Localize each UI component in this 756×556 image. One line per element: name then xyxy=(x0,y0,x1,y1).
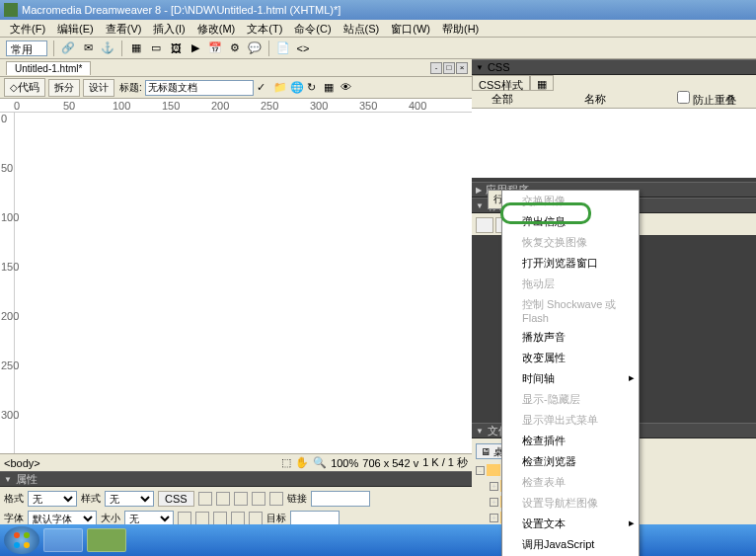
hand-tool-icon[interactable]: ✋ xyxy=(295,456,309,469)
menu-view[interactable]: 查看(V) xyxy=(100,20,148,37)
image-icon[interactable]: 🖼 xyxy=(168,40,184,56)
select-tool-icon[interactable]: ⬚ xyxy=(281,456,291,469)
list-ul-icon[interactable] xyxy=(195,512,209,525)
zoom-tool-icon[interactable]: 🔍 xyxy=(313,456,327,469)
align-right-icon[interactable] xyxy=(269,492,283,506)
taskbar-item-dreamweaver[interactable] xyxy=(87,528,126,552)
media-icon[interactable]: ▶ xyxy=(188,40,203,56)
comment-icon[interactable]: 💬 xyxy=(247,40,263,56)
server-icon[interactable]: ⚙ xyxy=(227,40,243,56)
tree-expand-icon[interactable]: + xyxy=(490,482,498,491)
menu-check-browser[interactable]: 检查浏览器 xyxy=(502,451,639,472)
menu-play-sound[interactable]: 播放声音 xyxy=(502,327,639,348)
layer-icon[interactable]: ▭ xyxy=(148,40,164,56)
menu-drag-layer[interactable]: 拖动层 xyxy=(502,274,639,294)
code-view-button[interactable]: ◇代码 xyxy=(4,78,45,97)
menu-edit[interactable]: 编辑(E) xyxy=(51,20,100,37)
refresh-icon[interactable]: ↻ xyxy=(307,81,321,95)
outdent-icon[interactable] xyxy=(231,512,245,525)
menu-show-hide-layers[interactable]: 显示-隐藏层 xyxy=(502,389,639,410)
css-button[interactable]: CSS xyxy=(158,491,194,507)
page-title-input[interactable] xyxy=(145,80,254,96)
document-statusbar: <body> ⬚ ✋ 🔍 100% 706 x 542 v 1 K / 1 秒 xyxy=(0,453,472,471)
menu-popup-message[interactable]: 弹出信息 xyxy=(502,211,639,232)
title-label: 标题: xyxy=(119,81,142,95)
menu-call-javascript[interactable]: 调用JavaScript xyxy=(502,534,639,555)
anchor-icon[interactable]: ⚓ xyxy=(100,40,115,56)
menu-set-text[interactable]: 设置文本 xyxy=(502,514,639,534)
align-center-icon[interactable] xyxy=(252,492,265,506)
align-left-icon[interactable] xyxy=(234,492,248,506)
horizontal-ruler: 0 50 100 150 200 250 300 350 400 xyxy=(0,99,472,113)
prevent-overlap-checkbox[interactable]: 防止重叠 xyxy=(677,91,736,108)
font-label: 字体 xyxy=(4,512,24,525)
link-input[interactable] xyxy=(311,491,370,507)
tree-collapse-icon[interactable]: - xyxy=(476,466,485,475)
menu-swap-image[interactable]: 交换图像 xyxy=(502,191,639,211)
doc-minimize-icon[interactable]: - xyxy=(430,62,442,74)
menu-window[interactable]: 窗口(W) xyxy=(385,20,436,37)
email-icon[interactable]: ✉ xyxy=(80,40,96,56)
attributes-tab-icon[interactable] xyxy=(476,217,493,233)
menu-insert[interactable]: 插入(I) xyxy=(147,20,190,37)
menu-restore-swap[interactable]: 恢复交换图像 xyxy=(502,232,639,253)
menu-set-nav-bar-image[interactable]: 设置导航栏图像 xyxy=(502,493,639,514)
visual-aids-icon[interactable]: 👁 xyxy=(340,81,354,95)
color-icon[interactable] xyxy=(178,512,191,525)
zoom-level[interactable]: 100% xyxy=(331,457,358,469)
tag-selector[interactable]: <body> xyxy=(4,457,40,469)
doc-close-icon[interactable]: × xyxy=(456,62,468,74)
date-icon[interactable]: 📅 xyxy=(207,40,223,56)
menu-validate-form[interactable]: 检查表单 xyxy=(502,472,639,493)
validate-icon[interactable]: ✓ xyxy=(257,81,270,95)
window-size[interactable]: 706 x 542 v xyxy=(362,457,418,469)
layers-tab-icon[interactable]: ▦ xyxy=(530,75,554,91)
menu-timeline[interactable]: 时间轴 xyxy=(502,368,639,389)
format-select[interactable]: 无 xyxy=(28,491,77,507)
preview-icon[interactable]: 🌐 xyxy=(290,81,304,95)
properties-header[interactable]: ▼属性 xyxy=(0,471,472,487)
template-icon[interactable]: 📄 xyxy=(275,40,291,56)
start-button[interactable] xyxy=(4,526,39,554)
css-header[interactable]: ▼CSS xyxy=(472,59,756,75)
menu-commands[interactable]: 命令(C) xyxy=(288,20,337,37)
tree-expand-icon[interactable]: + xyxy=(490,514,498,522)
table-icon[interactable]: ▦ xyxy=(128,40,144,56)
bold-icon[interactable] xyxy=(198,492,212,506)
design-view-button[interactable]: 设计 xyxy=(83,79,114,97)
taskbar-item-explorer[interactable] xyxy=(43,528,83,552)
menu-open-browser-window[interactable]: 打开浏览器窗口 xyxy=(502,253,639,274)
menu-show-popup-menu[interactable]: 显示弹出式菜单 xyxy=(502,410,639,431)
main-menubar[interactable]: 文件(F) 编辑(E) 查看(V) 插入(I) 修改(M) 文本(T) 命令(C… xyxy=(0,20,756,38)
style-select[interactable]: 无 xyxy=(105,491,154,507)
file-mgmt-icon[interactable]: 📁 xyxy=(273,81,287,95)
category-combo[interactable]: 常用 xyxy=(6,40,47,56)
split-view-button[interactable]: 拆分 xyxy=(48,79,80,97)
menu-file[interactable]: 文件(F) xyxy=(4,20,51,37)
tree-expand-icon[interactable]: + xyxy=(490,498,498,507)
menu-text[interactable]: 文本(T) xyxy=(241,20,288,37)
style-label: 样式 xyxy=(81,492,101,506)
css-rules-list[interactable] xyxy=(472,109,756,178)
menu-site[interactable]: 站点(S) xyxy=(338,20,386,37)
document-tab[interactable]: Untitled-1.html* xyxy=(6,61,91,75)
css-col-all: 全部 xyxy=(491,92,513,107)
menu-control-shockwave[interactable]: 控制 Shockwave 或 Flash xyxy=(502,294,639,327)
window-title: Macromedia Dreamweaver 8 - [D:\NDW\Untit… xyxy=(22,4,340,16)
document-pane: Untitled-1.html* - □ × ◇代码 拆分 设计 标题: ✓ 📁… xyxy=(0,59,472,556)
menu-help[interactable]: 帮助(H) xyxy=(436,20,485,37)
menu-change-property[interactable]: 改变属性 xyxy=(502,348,639,368)
italic-icon[interactable] xyxy=(216,492,230,506)
menu-check-plugin[interactable]: 检查插件 xyxy=(502,431,639,451)
hyperlink-icon[interactable]: 🔗 xyxy=(60,40,76,56)
tag-icon[interactable]: <> xyxy=(295,40,311,56)
list-ol-icon[interactable] xyxy=(213,512,227,525)
design-canvas[interactable]: 0 50 100 150 200 250 300 xyxy=(0,113,472,453)
doc-restore-icon[interactable]: □ xyxy=(443,62,455,74)
menu-modify[interactable]: 修改(M) xyxy=(191,20,242,37)
indent-icon[interactable] xyxy=(249,512,263,525)
svg-point-3 xyxy=(24,542,30,548)
css-styles-tab[interactable]: CSS样式 xyxy=(472,75,530,91)
windows-taskbar xyxy=(0,524,756,556)
view-options-icon[interactable]: ▦ xyxy=(324,81,338,95)
